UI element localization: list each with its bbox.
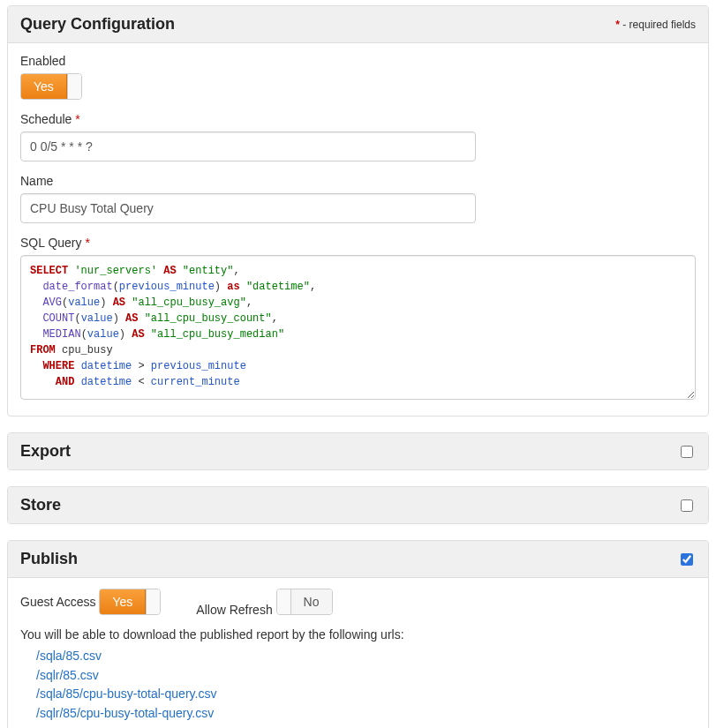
- store-header[interactable]: Store: [8, 487, 708, 523]
- store-panel: Store: [7, 486, 709, 524]
- query-config-panel: Query Configuration * - required fields …: [7, 5, 709, 417]
- name-label: Name: [20, 174, 696, 188]
- allow-refresh-label: Allow Refresh: [196, 603, 272, 617]
- enabled-label: Enabled: [20, 54, 696, 68]
- publish-url-link[interactable]: /sqla/85/cpu-busy-total-query.csv: [36, 685, 696, 704]
- publish-url-link[interactable]: /sqlr/85/cpu-busy-total-query.csv: [36, 704, 696, 724]
- toggle-handle-icon: [146, 589, 160, 614]
- guest-access-toggle[interactable]: Yes: [99, 589, 161, 615]
- publish-url-link[interactable]: /sqlr/85.csv: [36, 666, 696, 686]
- publish-url-note: You will be able to download the publish…: [20, 627, 696, 642]
- required-star-icon: *: [75, 112, 79, 126]
- schedule-field: Schedule *: [20, 112, 696, 161]
- required-fields-note: * - required fields: [615, 19, 696, 31]
- enabled-toggle-on-label: Yes: [21, 74, 67, 99]
- toggle-handle-icon: [67, 74, 81, 99]
- publish-panel: Publish Guest Access Yes Allow Refresh N…: [7, 540, 709, 728]
- required-star-icon: *: [85, 236, 89, 250]
- name-input[interactable]: [20, 193, 476, 223]
- export-header[interactable]: Export: [8, 433, 708, 469]
- export-panel: Export: [7, 432, 709, 470]
- sql-field: SQL Query * SELECT 'nur_servers' AS "ent…: [20, 236, 696, 400]
- allow-refresh-toggle-off-label: No: [291, 589, 332, 614]
- schedule-label: Schedule *: [20, 112, 696, 126]
- name-field: Name: [20, 174, 696, 223]
- store-checkbox[interactable]: [681, 499, 693, 512]
- query-config-body: Enabled Yes Schedule * Name SQL Query * …: [8, 43, 708, 416]
- allow-refresh-field: Allow Refresh No: [196, 589, 332, 617]
- schedule-input[interactable]: [20, 131, 476, 161]
- publish-toggles-row: Guest Access Yes Allow Refresh No: [20, 589, 696, 617]
- query-config-header: Query Configuration * - required fields: [8, 6, 708, 43]
- publish-checkbox[interactable]: [681, 553, 693, 566]
- publish-url-link[interactable]: /sqla/85.csv: [36, 647, 696, 666]
- export-title: Export: [20, 442, 71, 461]
- guest-access-field: Guest Access Yes: [20, 589, 161, 617]
- publish-title: Publish: [20, 550, 78, 568]
- sql-label: SQL Query *: [20, 236, 696, 250]
- export-checkbox[interactable]: [681, 446, 693, 458]
- sql-editor[interactable]: SELECT 'nur_servers' AS "entity", date_f…: [20, 255, 696, 400]
- publish-header[interactable]: Publish: [8, 541, 708, 578]
- allow-refresh-toggle[interactable]: No: [276, 589, 333, 615]
- toggle-handle-icon: [277, 589, 291, 614]
- enabled-field: Enabled Yes: [20, 54, 696, 100]
- publish-url-list: /sqla/85.csv /sqlr/85.csv /sqla/85/cpu-b…: [20, 647, 696, 724]
- guest-access-toggle-on-label: Yes: [100, 589, 146, 614]
- enabled-toggle[interactable]: Yes: [20, 73, 82, 100]
- publish-body: Guest Access Yes Allow Refresh No You wi…: [8, 578, 708, 728]
- guest-access-label: Guest Access: [20, 595, 96, 609]
- store-title: Store: [20, 496, 61, 514]
- query-config-title: Query Configuration: [20, 15, 175, 34]
